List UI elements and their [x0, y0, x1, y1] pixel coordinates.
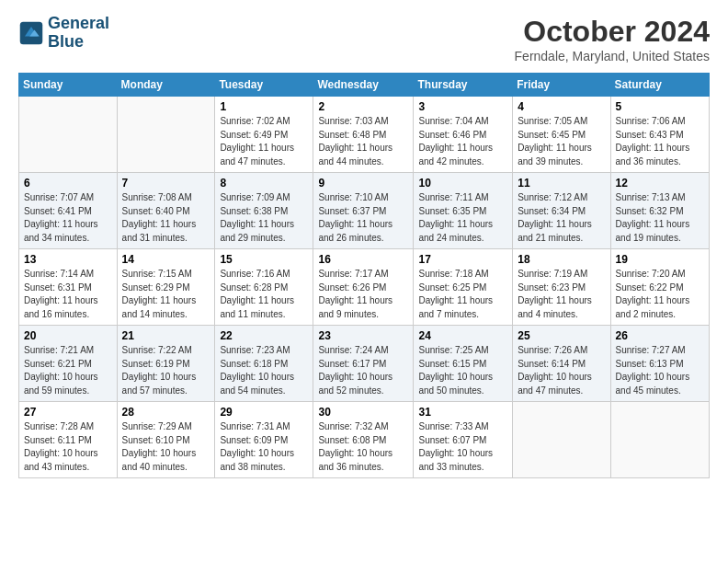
calendar-cell: 3Sunrise: 7:04 AMSunset: 6:46 PMDaylight…: [414, 97, 513, 173]
calendar-cell: 1Sunrise: 7:02 AMSunset: 6:49 PMDaylight…: [215, 97, 313, 173]
day-info: Sunrise: 7:10 AMSunset: 6:37 PMDaylight:…: [318, 191, 408, 245]
day-number: 19: [616, 253, 704, 266]
day-info: Sunrise: 7:33 AMSunset: 6:07 PMDaylight:…: [418, 420, 507, 474]
calendar-cell: [513, 402, 610, 478]
logo-line2: Blue: [48, 33, 109, 52]
month-title: October 2024: [515, 15, 710, 49]
day-number: 7: [122, 177, 210, 190]
day-info: Sunrise: 7:13 AMSunset: 6:32 PMDaylight:…: [616, 191, 704, 245]
calendar-cell: 14Sunrise: 7:15 AMSunset: 6:29 PMDayligh…: [117, 249, 215, 326]
day-number: 17: [418, 253, 507, 266]
day-info: Sunrise: 7:12 AMSunset: 6:34 PMDaylight:…: [518, 191, 605, 245]
day-number: 29: [220, 406, 308, 419]
calendar-header-saturday: Saturday: [610, 74, 709, 97]
day-number: 25: [518, 329, 605, 342]
day-number: 26: [616, 329, 704, 342]
day-number: 13: [24, 253, 112, 266]
calendar-cell: [117, 97, 215, 173]
calendar-cell: 7Sunrise: 7:08 AMSunset: 6:40 PMDaylight…: [117, 173, 215, 249]
calendar-cell: [610, 402, 709, 478]
calendar-header-monday: Monday: [117, 74, 215, 97]
day-info: Sunrise: 7:21 AMSunset: 6:21 PMDaylight:…: [24, 344, 112, 397]
calendar-cell: [19, 97, 118, 173]
day-number: 6: [24, 177, 112, 190]
logo: General Blue: [18, 15, 109, 52]
calendar-cell: 31Sunrise: 7:33 AMSunset: 6:07 PMDayligh…: [414, 402, 513, 478]
day-info: Sunrise: 7:18 AMSunset: 6:25 PMDaylight:…: [418, 268, 507, 321]
day-number: 21: [122, 329, 210, 342]
calendar-cell: 21Sunrise: 7:22 AMSunset: 6:19 PMDayligh…: [117, 326, 215, 402]
calendar-week-row: 6Sunrise: 7:07 AMSunset: 6:41 PMDaylight…: [19, 173, 710, 249]
location: Ferndale, Maryland, United States: [515, 49, 710, 63]
calendar-cell: 24Sunrise: 7:25 AMSunset: 6:15 PMDayligh…: [414, 326, 513, 402]
calendar-week-row: 1Sunrise: 7:02 AMSunset: 6:49 PMDaylight…: [19, 97, 710, 173]
calendar-header-tuesday: Tuesday: [215, 74, 313, 97]
calendar-cell: 8Sunrise: 7:09 AMSunset: 6:38 PMDaylight…: [215, 173, 313, 249]
calendar-cell: 6Sunrise: 7:07 AMSunset: 6:41 PMDaylight…: [19, 173, 118, 249]
calendar-cell: 25Sunrise: 7:26 AMSunset: 6:14 PMDayligh…: [513, 326, 610, 402]
calendar-header-friday: Friday: [513, 74, 610, 97]
day-info: Sunrise: 7:02 AMSunset: 6:49 PMDaylight:…: [220, 115, 308, 168]
day-number: 15: [220, 253, 308, 266]
calendar-cell: 10Sunrise: 7:11 AMSunset: 6:35 PMDayligh…: [414, 173, 513, 249]
logo-line1: General: [48, 15, 109, 33]
day-number: 3: [418, 100, 507, 113]
calendar-cell: 2Sunrise: 7:03 AMSunset: 6:48 PMDaylight…: [313, 97, 414, 173]
day-info: Sunrise: 7:07 AMSunset: 6:41 PMDaylight:…: [24, 191, 112, 245]
day-info: Sunrise: 7:04 AMSunset: 6:46 PMDaylight:…: [418, 115, 507, 168]
calendar-cell: 29Sunrise: 7:31 AMSunset: 6:09 PMDayligh…: [215, 402, 313, 478]
calendar-cell: 4Sunrise: 7:05 AMSunset: 6:45 PMDaylight…: [513, 97, 610, 173]
day-number: 31: [418, 406, 507, 419]
day-number: 24: [418, 329, 507, 342]
day-info: Sunrise: 7:08 AMSunset: 6:40 PMDaylight:…: [122, 191, 210, 245]
calendar-cell: 30Sunrise: 7:32 AMSunset: 6:08 PMDayligh…: [313, 402, 414, 478]
day-number: 22: [220, 329, 308, 342]
day-number: 14: [122, 253, 210, 266]
day-info: Sunrise: 7:23 AMSunset: 6:18 PMDaylight:…: [220, 344, 308, 397]
day-info: Sunrise: 7:25 AMSunset: 6:15 PMDaylight:…: [418, 344, 507, 397]
calendar-cell: 11Sunrise: 7:12 AMSunset: 6:34 PMDayligh…: [513, 173, 610, 249]
day-info: Sunrise: 7:20 AMSunset: 6:22 PMDaylight:…: [616, 268, 704, 321]
day-info: Sunrise: 7:24 AMSunset: 6:17 PMDaylight:…: [318, 344, 408, 397]
calendar-cell: 5Sunrise: 7:06 AMSunset: 6:43 PMDaylight…: [610, 97, 709, 173]
day-info: Sunrise: 7:11 AMSunset: 6:35 PMDaylight:…: [418, 191, 507, 245]
title-block: October 2024 Ferndale, Maryland, United …: [515, 15, 710, 63]
day-info: Sunrise: 7:06 AMSunset: 6:43 PMDaylight:…: [616, 115, 704, 168]
day-info: Sunrise: 7:09 AMSunset: 6:38 PMDaylight:…: [220, 191, 308, 245]
calendar-cell: 20Sunrise: 7:21 AMSunset: 6:21 PMDayligh…: [19, 326, 118, 402]
calendar-week-row: 20Sunrise: 7:21 AMSunset: 6:21 PMDayligh…: [19, 326, 710, 402]
day-number: 12: [616, 177, 704, 190]
calendar-header-thursday: Thursday: [414, 74, 513, 97]
day-number: 20: [24, 329, 112, 342]
calendar-header-sunday: Sunday: [19, 74, 118, 97]
day-number: 2: [318, 100, 408, 113]
day-number: 11: [518, 177, 605, 190]
day-info: Sunrise: 7:27 AMSunset: 6:13 PMDaylight:…: [616, 344, 704, 397]
calendar-week-row: 13Sunrise: 7:14 AMSunset: 6:31 PMDayligh…: [19, 249, 710, 326]
calendar-table: SundayMondayTuesdayWednesdayThursdayFrid…: [18, 73, 710, 478]
calendar-header-row: SundayMondayTuesdayWednesdayThursdayFrid…: [19, 74, 710, 97]
logo-text: General Blue: [48, 15, 109, 52]
calendar-cell: 27Sunrise: 7:28 AMSunset: 6:11 PMDayligh…: [19, 402, 118, 478]
calendar-cell: 17Sunrise: 7:18 AMSunset: 6:25 PMDayligh…: [414, 249, 513, 326]
calendar-week-row: 27Sunrise: 7:28 AMSunset: 6:11 PMDayligh…: [19, 402, 710, 478]
calendar-cell: 9Sunrise: 7:10 AMSunset: 6:37 PMDaylight…: [313, 173, 414, 249]
logo-icon: [18, 20, 44, 46]
day-info: Sunrise: 7:05 AMSunset: 6:45 PMDaylight:…: [518, 115, 605, 168]
day-number: 27: [24, 406, 112, 419]
day-number: 8: [220, 177, 308, 190]
day-info: Sunrise: 7:19 AMSunset: 6:23 PMDaylight:…: [518, 268, 605, 321]
day-number: 10: [418, 177, 507, 190]
calendar-cell: 18Sunrise: 7:19 AMSunset: 6:23 PMDayligh…: [513, 249, 610, 326]
calendar-header-wednesday: Wednesday: [313, 74, 414, 97]
calendar-cell: 28Sunrise: 7:29 AMSunset: 6:10 PMDayligh…: [117, 402, 215, 478]
page: General Blue October 2024 Ferndale, Mary…: [0, 0, 728, 488]
day-info: Sunrise: 7:14 AMSunset: 6:31 PMDaylight:…: [24, 268, 112, 321]
day-info: Sunrise: 7:22 AMSunset: 6:19 PMDaylight:…: [122, 344, 210, 397]
day-info: Sunrise: 7:31 AMSunset: 6:09 PMDaylight:…: [220, 420, 308, 474]
calendar-cell: 13Sunrise: 7:14 AMSunset: 6:31 PMDayligh…: [19, 249, 118, 326]
day-info: Sunrise: 7:26 AMSunset: 6:14 PMDaylight:…: [518, 344, 605, 397]
calendar-cell: 19Sunrise: 7:20 AMSunset: 6:22 PMDayligh…: [610, 249, 709, 326]
calendar-cell: 22Sunrise: 7:23 AMSunset: 6:18 PMDayligh…: [215, 326, 313, 402]
day-info: Sunrise: 7:03 AMSunset: 6:48 PMDaylight:…: [318, 115, 408, 168]
